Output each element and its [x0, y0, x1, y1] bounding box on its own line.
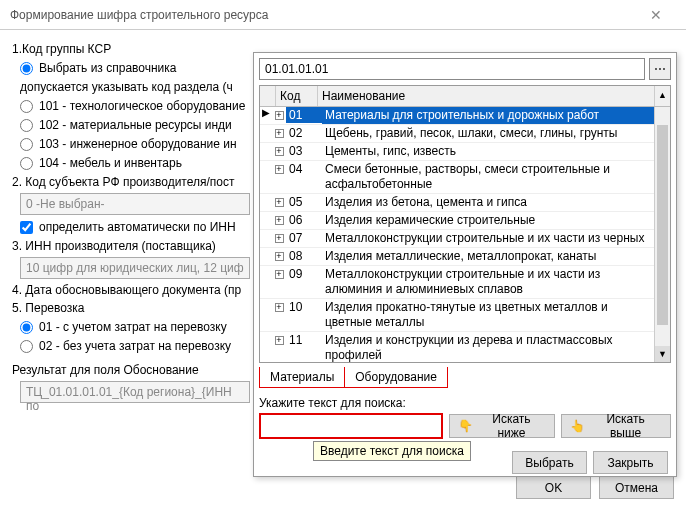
row-code: 04 — [286, 161, 322, 177]
vertical-scrollbar[interactable]: ▼ — [654, 107, 670, 362]
row-name: Изделия металлические, металлопрокат, ка… — [322, 248, 654, 265]
table-row[interactable]: +05Изделия из бетона, цемента и гипса — [260, 194, 654, 212]
expand-icon[interactable]: + — [272, 143, 286, 157]
lookup-value-input[interactable] — [259, 58, 645, 80]
radio-select-from-ref[interactable] — [20, 62, 33, 75]
row-name: Изделия прокатно-тянутые из цветных мета… — [322, 299, 654, 331]
radio-102-label: 102 - материальные ресурсы инди — [39, 118, 232, 132]
row-name: Изделия керамические строительные — [322, 212, 654, 229]
row-code: 03 — [286, 143, 322, 159]
col-name-header[interactable]: Наименование — [318, 86, 654, 106]
radio-103-label: 103 - инженерное оборудование ин — [39, 137, 237, 151]
select-button[interactable]: Выбрать — [512, 451, 587, 474]
lookup-popup: ⋯ Код Наименование ▲ ▶+01Материалы для с… — [253, 52, 677, 477]
expand-icon[interactable]: + — [272, 230, 286, 244]
row-name: Цементы, гипс, известь — [322, 143, 654, 160]
row-name: Изделия и конструкции из дерева и пластм… — [322, 332, 654, 362]
search-above-button[interactable]: 👆Искать выше — [561, 414, 671, 438]
scroll-down-icon[interactable]: ▼ — [655, 346, 670, 362]
check-auto-inn[interactable] — [20, 221, 33, 234]
table-row[interactable]: +08Изделия металлические, металлопрокат,… — [260, 248, 654, 266]
radio-102[interactable] — [20, 119, 33, 132]
radio-transport-02[interactable] — [20, 340, 33, 353]
row-name: Щебень, гравий, песок, шлаки, смеси, гли… — [322, 125, 654, 142]
close-button[interactable]: Закрыть — [593, 451, 668, 474]
row-code: 07 — [286, 230, 322, 246]
row-code: 01 — [286, 107, 322, 123]
expand-icon[interactable]: + — [272, 107, 286, 121]
search-label: Укажите текст для поиска: — [259, 396, 671, 410]
hand-up-icon: 👆 — [570, 419, 585, 433]
radio-103[interactable] — [20, 138, 33, 151]
row-code: 08 — [286, 248, 322, 264]
table-row[interactable]: +11Изделия и конструкции из дерева и пла… — [260, 332, 654, 362]
expand-icon[interactable]: + — [272, 212, 286, 226]
result-field: ТЦ_01.01.01.01_{Код региона}_{ИНН по — [20, 381, 250, 403]
search-below-button[interactable]: 👇Искать ниже — [449, 414, 556, 438]
radio-transport-02-label: 02 - без учета затрат на перевозку — [39, 339, 231, 353]
check-auto-inn-label: определить автоматически по ИНН — [39, 220, 236, 234]
close-icon[interactable]: ✕ — [636, 7, 676, 23]
tab-materials[interactable]: Материалы — [259, 367, 345, 388]
expand-icon[interactable]: + — [272, 299, 286, 313]
row-name: Металлоконструкции строительные и их час… — [322, 230, 654, 247]
expand-icon[interactable]: + — [272, 266, 286, 280]
table-row[interactable]: ▶+01Материалы для строительных и дорожны… — [260, 107, 654, 125]
row-code: 06 — [286, 212, 322, 228]
search-input[interactable] — [259, 413, 443, 439]
inn-field[interactable]: 10 цифр для юридических лиц, 12 циф — [20, 257, 250, 279]
table-row[interactable]: +09Металлоконструкции строительные и их … — [260, 266, 654, 299]
subject-code-field[interactable]: 0 -Не выбран- — [20, 193, 250, 215]
hand-down-icon: 👇 — [458, 419, 473, 433]
table-row[interactable]: +03Цементы, гипс, известь — [260, 143, 654, 161]
row-code: 02 — [286, 125, 322, 141]
table-row[interactable]: +02Щебень, гравий, песок, шлаки, смеси, … — [260, 125, 654, 143]
radio-104[interactable] — [20, 157, 33, 170]
row-name: Металлоконструкции строительные и их час… — [322, 266, 654, 298]
table-row[interactable]: +06Изделия керамические строительные — [260, 212, 654, 230]
row-code: 11 — [286, 332, 322, 348]
table-row[interactable]: +07Металлоконструкции строительные и их … — [260, 230, 654, 248]
row-name: Материалы для строительных и дорожных ра… — [322, 107, 654, 124]
scrollbar-thumb[interactable] — [657, 125, 668, 325]
expand-icon[interactable]: + — [272, 125, 286, 139]
expand-icon[interactable]: + — [272, 248, 286, 262]
scroll-up-icon[interactable]: ▲ — [654, 86, 670, 106]
expand-icon[interactable]: + — [272, 161, 286, 175]
row-code: 09 — [286, 266, 322, 282]
radio-transport-01[interactable] — [20, 321, 33, 334]
row-pointer-icon: ▶ — [260, 107, 272, 118]
search-tooltip: Введите текст для поиска — [313, 441, 471, 461]
row-code: 05 — [286, 194, 322, 210]
expand-icon[interactable]: + — [272, 332, 286, 346]
col-code-header[interactable]: Код — [276, 86, 318, 106]
table-row[interactable]: +04Смеси бетонные, растворы, смеси строи… — [260, 161, 654, 194]
row-code: 10 — [286, 299, 322, 315]
catalog-grid: Код Наименование ▲ ▶+01Материалы для стр… — [259, 85, 671, 363]
radio-101[interactable] — [20, 100, 33, 113]
radio-104-label: 104 - мебель и инвентарь — [39, 156, 182, 170]
radio-transport-01-label: 01 - с учетом затрат на перевозку — [39, 320, 227, 334]
window-title: Формирование шифра строительного ресурса — [10, 8, 268, 22]
radio-select-from-ref-label: Выбрать из справочника — [39, 61, 176, 75]
table-row[interactable]: +10Изделия прокатно-тянутые из цветных м… — [260, 299, 654, 332]
tab-equipment[interactable]: Оборудование — [344, 367, 448, 388]
browse-button[interactable]: ⋯ — [649, 58, 671, 80]
expand-icon[interactable]: + — [272, 194, 286, 208]
row-name: Смеси бетонные, растворы, смеси строител… — [322, 161, 654, 193]
row-name: Изделия из бетона, цемента и гипса — [322, 194, 654, 211]
radio-101-label: 101 - технологическое оборудование — [39, 99, 245, 113]
